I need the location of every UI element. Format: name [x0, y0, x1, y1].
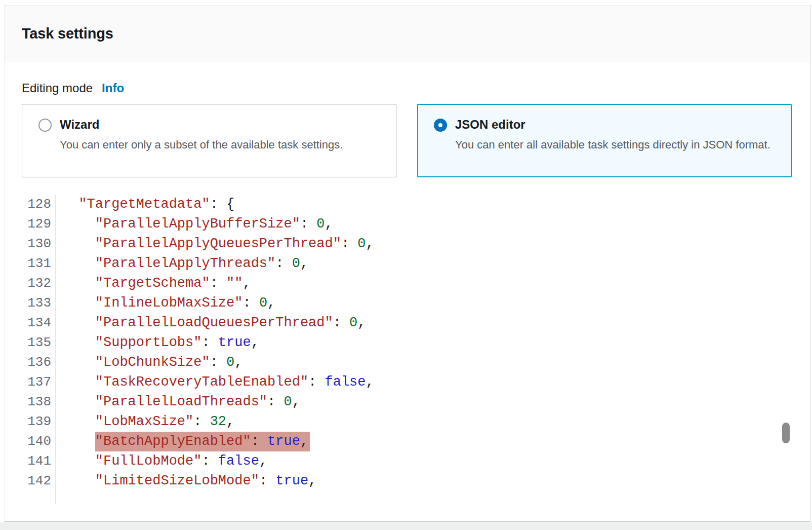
code-line-content: "ParallelApplyQueuesPerThread": 0, — [56, 234, 374, 254]
code-token: : — [210, 355, 226, 370]
code-token: "ParallelApplyQueuesPerThread" — [95, 236, 341, 251]
code-line: 129 "ParallelApplyBufferSize": 0, — [5, 214, 810, 234]
code-token: : — [275, 256, 292, 271]
panel-body: Editing modeInfo Wizard You can enter on… — [5, 81, 810, 504]
code-token: "TaskRecoveryTableEnabled" — [95, 374, 308, 390]
code-line: 130 "ParallelApplyQueuesPerThread": 0, — [5, 234, 810, 254]
code-token: "LobChunkSize" — [95, 355, 210, 370]
vertical-scrollbar-thumb[interactable] — [782, 423, 790, 443]
code-token: "TargetSchema" — [95, 276, 210, 291]
editing-mode-row: Editing modeInfo — [22, 81, 810, 96]
code-line: 139 "LobMaxSize": 32, — [5, 412, 810, 432]
code-token: "InlineLobMaxSize" — [95, 295, 243, 311]
line-number: 129 — [5, 214, 56, 234]
radio-selected-icon[interactable] — [434, 119, 447, 132]
code-token: : { — [210, 197, 235, 212]
code-token: , — [242, 276, 251, 291]
code-token: , — [300, 434, 308, 449]
code-token: , — [366, 374, 374, 390]
code-line: 137 "TaskRecoveryTableEnabled": false, — [5, 372, 810, 392]
line-number: 133 — [5, 293, 56, 313]
code-line-content: "ParallelApplyBufferSize": 0, — [56, 214, 333, 234]
info-link[interactable]: Info — [102, 81, 124, 95]
code-token: 0 — [259, 295, 267, 311]
line-number: 135 — [5, 333, 56, 353]
code-token: : — [333, 315, 349, 330]
code-token: : — [341, 236, 357, 251]
code-token: 0 — [357, 236, 366, 251]
code-line-content: "ParallelLoadQueuesPerThread": 0, — [56, 313, 366, 333]
code-token: "BatchApplyEnabled" — [95, 434, 251, 449]
code-line: 134 "ParallelLoadQueuesPerThread": 0, — [5, 313, 810, 333]
task-settings-panel: Task settings Editing modeInfo Wizard Yo… — [4, 5, 810, 522]
code-token: "ParallelLoadThreads" — [95, 394, 267, 409]
tile-json-editor[interactable]: JSON editor You can enter all available … — [417, 104, 792, 177]
line-number: 139 — [5, 412, 56, 432]
code-token: "SupportLobs" — [95, 335, 202, 350]
code-line: 128 "TargetMetadata": { — [5, 195, 810, 214]
code-line-content: "TargetMetadata": { — [56, 195, 234, 214]
code-line: 135 "SupportLobs": true, — [5, 333, 810, 353]
line-number-empty — [5, 491, 56, 504]
line-number: 132 — [5, 274, 56, 293]
code-token: : — [201, 453, 218, 469]
panel-header: Task settings — [5, 6, 810, 62]
code-token: : — [251, 434, 267, 449]
editing-mode-tiles: Wizard You can enter only a subset of th… — [22, 104, 810, 177]
code-line-content: "ParallelApplyThreads": 0, — [56, 254, 308, 274]
code-token: "TargetMetadata" — [78, 197, 210, 212]
code-line: 131 "ParallelApplyThreads": 0, — [5, 254, 810, 274]
code-line-content: "BatchApplyEnabled": true, — [56, 432, 310, 451]
tile-json-editor-text: JSON editor You can enter all available … — [455, 117, 770, 176]
line-number: 128 — [5, 195, 56, 214]
page-title: Task settings — [22, 25, 113, 42]
code-line: 140 "BatchApplyEnabled": true, — [5, 432, 810, 451]
code-token: , — [325, 216, 333, 232]
page-bottom-strip — [0, 522, 812, 530]
code-token: "ParallelApplyThreads" — [95, 256, 275, 271]
code-line: 132 "TargetSchema": "", — [5, 274, 810, 293]
line-number: 134 — [5, 313, 56, 333]
code-token: false — [218, 453, 259, 469]
code-line-content: "TargetSchema": "", — [56, 274, 251, 293]
tile-json-editor-title: JSON editor — [455, 117, 770, 132]
highlighted-code-segment: "BatchApplyEnabled": true, — [95, 432, 310, 451]
tile-json-editor-description: You can enter all available task setting… — [455, 137, 770, 153]
code-token: , — [300, 256, 308, 271]
code-line-content: "LimitedSizeLobMode": true, — [56, 471, 316, 491]
code-token: "ParallelLoadQueuesPerThread" — [95, 315, 333, 330]
json-code-editor[interactable]: 128 "TargetMetadata": {129 "ParallelAppl… — [5, 195, 810, 504]
code-token: : — [267, 394, 283, 409]
radio-unselected-icon[interactable] — [38, 119, 52, 132]
code-line-content: "TaskRecoveryTableEnabled": false, — [56, 372, 374, 392]
code-token: 0 — [283, 394, 292, 409]
code-token: 32 — [210, 414, 226, 429]
code-token: 0 — [349, 315, 357, 330]
code-gutter-pad — [5, 491, 810, 504]
code-token: : — [300, 216, 316, 232]
tile-wizard[interactable]: Wizard You can enter only a subset of th… — [22, 104, 396, 177]
line-number: 142 — [5, 471, 56, 491]
code-token: "LobMaxSize" — [95, 414, 193, 429]
code-line: 138 "ParallelLoadThreads": 0, — [5, 392, 810, 412]
code-line: 136 "LobChunkSize": 0, — [5, 353, 810, 372]
code-token: true — [275, 473, 308, 488]
line-number: 131 — [5, 254, 56, 274]
code-token: , — [308, 473, 316, 488]
code-token: 0 — [316, 216, 324, 232]
code-token: , — [267, 295, 275, 311]
line-number: 141 — [5, 451, 56, 471]
code-token: 0 — [292, 256, 300, 271]
code-line: 141 "FullLobMode": false, — [5, 451, 810, 471]
code-token: true — [218, 335, 251, 350]
code-token: "" — [226, 276, 242, 291]
code-token: false — [325, 374, 366, 390]
line-number: 136 — [5, 353, 56, 372]
code-token: , — [226, 414, 234, 429]
code-token: : — [242, 295, 259, 311]
line-number: 140 — [5, 432, 56, 451]
code-token: : — [308, 374, 324, 390]
code-token: : — [259, 473, 275, 488]
code-line-content: "SupportLobs": true, — [56, 333, 259, 353]
tile-wizard-title: Wizard — [60, 117, 343, 132]
